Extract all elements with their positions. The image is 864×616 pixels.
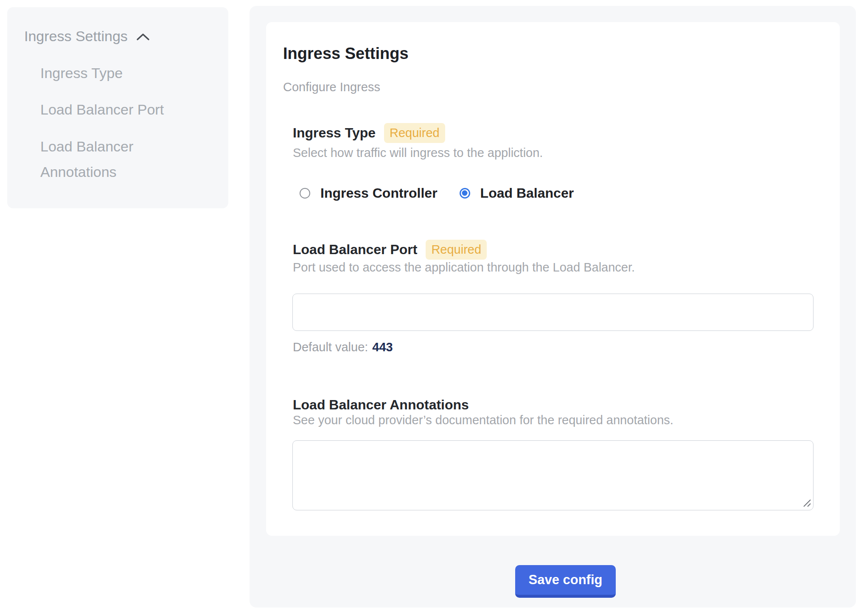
ingress-type-help: Select how traffic will ingress to the a… (293, 146, 543, 160)
ingress-type-radio-group: Ingress Controller Load Balancer (300, 186, 574, 200)
radio-option-label: Load Balancer (480, 185, 574, 201)
default-value: 443 (372, 340, 393, 354)
load-balancer-annotations-label: Load Balancer Annotations (293, 397, 469, 413)
load-balancer-annotations-help: See your cloud provider’s documentation … (293, 413, 673, 427)
radio-option-label: Ingress Controller (320, 185, 438, 201)
load-balancer-port-label-row: Load Balancer Port Required (293, 240, 487, 260)
sidebar-section-toggle[interactable]: Ingress Settings (24, 27, 150, 45)
radio-button-icon[interactable] (300, 188, 310, 199)
sidebar-section-title: Ingress Settings (24, 28, 128, 45)
page-title: Ingress Settings (283, 44, 409, 63)
load-balancer-annotations-textarea[interactable] (292, 440, 814, 510)
ingress-type-label-row: Ingress Type Required (293, 123, 445, 143)
radio-button-icon[interactable] (460, 188, 470, 199)
radio-option-ingress-controller[interactable]: Ingress Controller (300, 185, 438, 201)
chevron-up-icon (136, 33, 150, 41)
sidebar-item-load-balancer-annotations[interactable]: Load Balancer Annotations (40, 134, 180, 185)
required-badge: Required (426, 240, 487, 260)
sidebar-item-load-balancer-port[interactable]: Load Balancer Port (40, 97, 164, 122)
default-value-label: Default value: (293, 340, 368, 354)
settings-panel: Ingress Settings Configure Ingress Ingre… (250, 6, 856, 608)
settings-sidebar: Ingress Settings Ingress Type Load Balan… (7, 7, 228, 208)
default-value-row: Default value:443 (293, 340, 393, 355)
load-balancer-port-label: Load Balancer Port (293, 242, 417, 258)
sidebar-item-ingress-type[interactable]: Ingress Type (40, 60, 123, 86)
radio-option-load-balancer[interactable]: Load Balancer (460, 185, 574, 201)
ingress-settings-card: Ingress Settings Configure Ingress Ingre… (266, 22, 840, 536)
load-balancer-annotations-field (292, 440, 814, 510)
load-balancer-port-input[interactable] (292, 294, 814, 331)
resize-handle-icon[interactable] (802, 498, 811, 507)
load-balancer-annotations-label-row: Load Balancer Annotations (293, 395, 469, 415)
ingress-type-label: Ingress Type (293, 125, 376, 141)
load-balancer-port-help: Port used to access the application thro… (293, 260, 635, 274)
page-subtitle: Configure Ingress (283, 80, 380, 95)
required-badge: Required (384, 123, 445, 143)
save-config-button[interactable]: Save config (515, 565, 616, 598)
